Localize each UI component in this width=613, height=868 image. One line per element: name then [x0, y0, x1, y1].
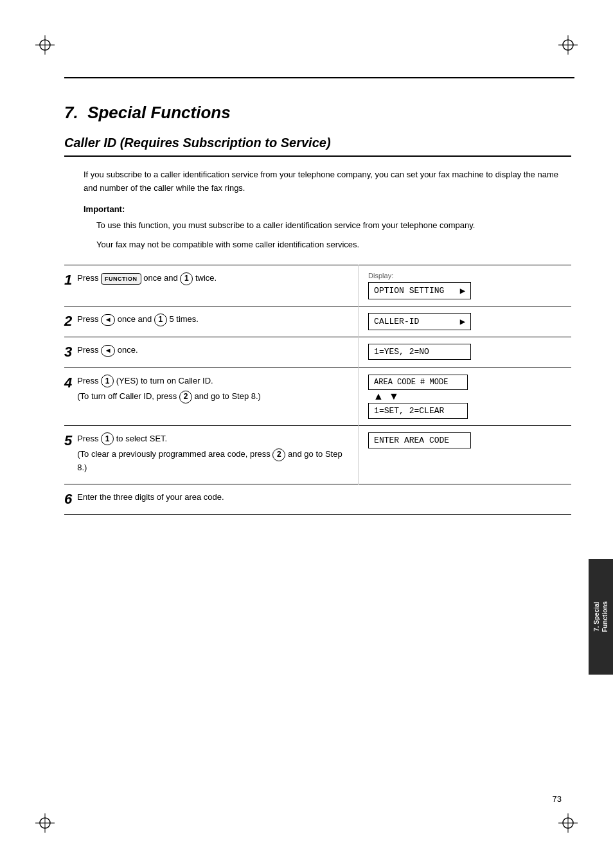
sidebar-tab: 7. SpecialFunctions	[589, 559, 613, 675]
important-text-1: To use this function, you must subscribe…	[96, 219, 571, 233]
button-2-step5: 2	[272, 448, 285, 461]
step-number-5: 5	[64, 432, 72, 449]
step3-text: Press ◄ once.	[77, 344, 138, 357]
important-text-2: Your fax may not be compatible with some…	[96, 238, 571, 252]
step-content-6: Enter the three digits of your area code…	[77, 491, 224, 507]
step-cell-5: 5 Press 1 to select SET. (To clear a pre…	[64, 425, 359, 484]
button-1: 1	[180, 272, 193, 285]
reg-mark-tr	[558, 35, 578, 55]
step-content-4: Press 1 (YES) to turn on Caller ID. (To …	[77, 375, 261, 407]
display-cell-5: ENTER AREA CODE	[359, 425, 571, 484]
reg-mark-bl	[35, 813, 55, 833]
lcd-display-1: OPTION SETTING ▶	[368, 282, 471, 299]
top-rule	[64, 77, 574, 78]
lcd-display-2: CALLER-ID ▶	[368, 313, 471, 330]
step-cell-3: 3 Press ◄ once.	[64, 337, 359, 368]
lcd-arrow-1: ▶	[460, 285, 465, 296]
display-cell-4: AREA CODE # MODE ▲ ▼ 1=SET, 2=CLEAR	[359, 368, 571, 425]
display-cell-2: CALLER-ID ▶	[359, 306, 571, 337]
step-row-2: 2 Press ◄ once and 1 5 times. CALLER-ID …	[64, 306, 571, 337]
step-content-2: Press ◄ once and 1 5 times.	[77, 313, 199, 329]
step2-text: Press ◄ once and 1 5 times.	[77, 313, 199, 326]
step-number-6: 6	[64, 491, 72, 508]
lcd-display-5: ENTER AREA CODE	[368, 432, 471, 448]
step5-text-1: Press 1 to select SET.	[77, 432, 351, 446]
arrows-row: ▲ ▼	[373, 391, 399, 402]
step-row-5: 5 Press 1 to select SET. (To clear a pre…	[64, 425, 571, 484]
arrow-up-icon: ▲	[373, 391, 384, 402]
step-cell-1: 1 Press FUNCTION once and 1 twice.	[64, 265, 359, 306]
step-number-2: 2	[64, 313, 72, 330]
display-label-1: Display:	[368, 272, 565, 279]
step-number-1: 1	[64, 272, 72, 288]
display-cell-1: Display: OPTION SETTING ▶	[359, 265, 571, 306]
function-button: FUNCTION	[101, 273, 141, 285]
area-code-display: AREA CODE # MODE ▲ ▼ 1=SET, 2=CLEAR	[368, 375, 565, 419]
chapter-title: 7. Special Functions	[64, 103, 571, 123]
area-code-mode-box: AREA CODE # MODE	[368, 375, 468, 390]
page: 7. SpecialFunctions 73 7. Special Functi…	[0, 0, 613, 868]
step1-text: Press FUNCTION once and 1 twice.	[77, 272, 217, 285]
step-row-1: 1 Press FUNCTION once and 1 twice. Displ…	[64, 265, 571, 306]
button-1-step4: 1	[101, 375, 114, 387]
button-1-step2: 1	[154, 314, 167, 326]
main-content: 7. Special Functions Caller ID (Requires…	[64, 90, 571, 515]
step6-text: Enter the three digits of your area code…	[77, 491, 224, 504]
step-content-5: Press 1 to select SET. (To clear a previ…	[77, 432, 351, 477]
step-number-3: 3	[64, 344, 72, 360]
step-row-3: 3 Press ◄ once. 1=YES, 2=NO	[64, 337, 571, 368]
lcd-display-3: 1=YES, 2=NO	[368, 344, 471, 360]
lcd-arrow-2: ▶	[460, 316, 465, 327]
step4-text-1: Press 1 (YES) to turn on Caller ID.	[77, 375, 261, 388]
important-label: Important:	[84, 204, 571, 214]
steps-table: 1 Press FUNCTION once and 1 twice. Displ…	[64, 265, 571, 515]
step-cell-6: 6 Enter the three digits of your area co…	[64, 484, 571, 514]
button-2-step4: 2	[179, 391, 192, 403]
set-clear-box: 1=SET, 2=CLEAR	[368, 403, 468, 419]
display-cell-3: 1=YES, 2=NO	[359, 337, 571, 368]
step5-text-2: (To clear a previously programmed area c…	[77, 448, 351, 475]
page-number: 73	[553, 794, 562, 804]
nav-button-2: ◄	[101, 314, 115, 326]
sidebar-tab-text: 7. SpecialFunctions	[592, 601, 609, 632]
step-row-6: 6 Enter the three digits of your area co…	[64, 484, 571, 514]
reg-mark-tl	[35, 35, 55, 55]
section-title: Caller ID (Requires Subscription to Serv…	[64, 136, 571, 157]
arrow-down-icon: ▼	[389, 391, 399, 402]
nav-button-3: ◄	[101, 345, 115, 357]
step-cell-2: 2 Press ◄ once and 1 5 times.	[64, 306, 359, 337]
step4-text-2: (To turn off Caller ID, press 2 and go t…	[77, 390, 261, 403]
step-cell-4: 4 Press 1 (YES) to turn on Caller ID. (T…	[64, 368, 359, 425]
intro-paragraph1: If you subscribe to a caller identificat…	[84, 168, 571, 195]
reg-mark-br	[558, 813, 578, 833]
step-content-1: Press FUNCTION once and 1 twice.	[77, 272, 217, 288]
step-row-4: 4 Press 1 (YES) to turn on Caller ID. (T…	[64, 368, 571, 425]
step-content-3: Press ◄ once.	[77, 344, 138, 360]
button-1-step5: 1	[101, 432, 114, 445]
step-number-4: 4	[64, 375, 72, 391]
